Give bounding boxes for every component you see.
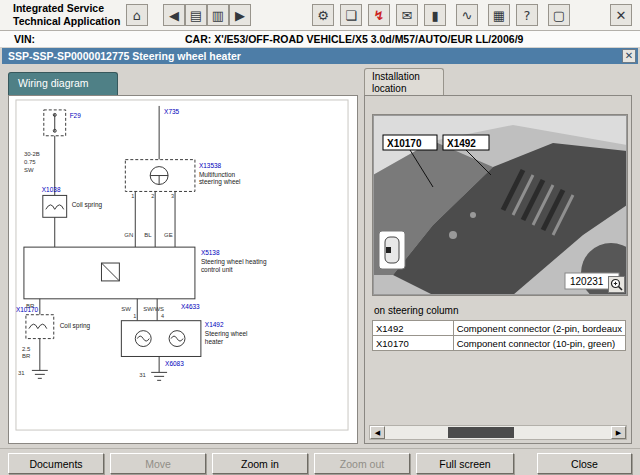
wire-label: BL [144, 232, 152, 238]
control-unit-symbol [24, 247, 195, 299]
location-caption: on steering column [374, 305, 459, 316]
image-number: 120231 [570, 276, 604, 287]
scrollbar-thumb[interactable] [448, 427, 514, 438]
connector-label[interactable]: X13538 [199, 162, 222, 169]
connector-label[interactable]: X4633 [181, 303, 200, 310]
tab-installation-line1: Installation [372, 71, 443, 83]
car-label: CAR: [185, 33, 211, 45]
battery-icon[interactable]: ▮ [424, 4, 446, 26]
connector-label[interactable]: X5138 [201, 249, 220, 256]
printer-icon[interactable]: ▦ [488, 4, 510, 26]
doc-previous-icon[interactable]: ▤ [185, 4, 207, 26]
component-label: Steering wheel heating [201, 258, 267, 266]
connector-label[interactable]: X10170 [16, 306, 39, 313]
nav-forward-icon[interactable]: ▶ [229, 4, 251, 26]
tab-installation-location[interactable]: Installation location [364, 68, 444, 95]
wire-label: 30-2B [24, 151, 40, 157]
vehicle-bar: VIN: CAR: X'/E53/OFF-ROAD VEHICLE/X5 3.0… [0, 31, 640, 47]
tab-wiring-diagram-label: Wiring diagram [18, 77, 89, 89]
wire-label: SW [121, 306, 131, 312]
wiring-diagram: F29 30-2B 0.75 SW X1038 Coil spring X735… [9, 96, 355, 438]
nav-back-icon[interactable]: ◀ [163, 4, 185, 26]
app-title: Integrated Service Technical Application [13, 2, 120, 28]
scroll-left-icon[interactable]: ◀ [370, 426, 385, 439]
connector-label[interactable]: X6083 [165, 360, 184, 367]
wire-label: SW [24, 167, 34, 173]
app-header: Integrated Service Technical Application… [0, 0, 640, 31]
doc-next-icon[interactable]: ▥ [207, 4, 229, 26]
tab-installation-line2: location [372, 83, 443, 95]
component-label: heater [205, 338, 224, 345]
wire-label: SW/WS [143, 306, 164, 312]
home-icon[interactable]: ⌂ [126, 4, 148, 26]
zoom-out-button[interactable]: Zoom out [314, 453, 410, 474]
exit-icon[interactable]: ✕ [610, 4, 632, 26]
service-icon[interactable]: ⚙ [312, 4, 334, 26]
wire-label: GE [164, 232, 173, 238]
connector-label[interactable]: F29 [70, 112, 82, 119]
magnifier-icon[interactable] [608, 276, 625, 293]
footer-toolbar: Documents Move Zoom in Zoom out Full scr… [0, 448, 640, 475]
component-label: Multifunction [199, 171, 236, 178]
wire-label: 2.5 [22, 346, 31, 352]
pin-number: 1 [133, 313, 136, 319]
scroll-right-icon[interactable]: ▶ [611, 426, 626, 439]
component-label: Coil spring [60, 322, 91, 330]
installation-location-panel: X10170 X1492 120231 on steering column [364, 95, 632, 444]
steering-column-photo: X10170 X1492 120231 [373, 115, 627, 295]
component-label: Coil spring [72, 201, 103, 209]
connector-label[interactable]: X735 [164, 108, 179, 115]
connector-description: Component connector (2-pin, bordeaux [453, 321, 625, 336]
connector-table: X1492 Component connector (2-pin, bordea… [372, 320, 626, 351]
wire-label: BR [22, 353, 31, 359]
car-value: X'/E53/OFF-ROAD VEHICLE/X5 3.0d/M57/AUTO… [214, 33, 523, 45]
app-title-line1: Integrated Service [13, 2, 120, 15]
connection-icon[interactable]: ↯ [368, 4, 390, 26]
workshop-icon[interactable]: ❏ [340, 4, 362, 26]
tab-wiring-diagram[interactable]: Wiring diagram [8, 72, 118, 95]
pin-number: 3 [171, 193, 174, 199]
ground-label: 31 [18, 370, 25, 376]
connector-code: X1492 [373, 321, 454, 336]
connector-label[interactable]: X1038 [42, 186, 61, 193]
installation-photo[interactable]: X10170 X1492 120231 [372, 114, 628, 296]
connector-label[interactable]: X1492 [205, 321, 224, 328]
coil-spring-top-symbol [43, 195, 67, 217]
pin-number: 4 [161, 313, 164, 319]
close-icon[interactable]: ✕ [622, 49, 636, 63]
zoom-in-button[interactable]: Zoom in [212, 453, 308, 474]
table-row[interactable]: X1492 Component connector (2-pin, bordea… [373, 321, 626, 336]
wire-label: 0.75 [24, 159, 36, 165]
connector-description: Component connector (10-pin, green) [453, 336, 625, 351]
component-label: Steering wheel [205, 330, 248, 338]
app-title-line2: Technical Application [13, 15, 120, 28]
close-button[interactable]: Close [537, 453, 632, 474]
table-row[interactable]: X10170 Component connector (10-pin, gree… [373, 336, 626, 351]
move-button[interactable]: Move [110, 453, 206, 474]
wiring-diagram-panel[interactable]: F29 30-2B 0.75 SW X1038 Coil spring X735… [8, 95, 358, 444]
photo-connector-label-x10170: X10170 [387, 138, 422, 149]
horizontal-scrollbar[interactable]: ◀ ▶ [369, 425, 627, 440]
measurement-icon[interactable]: ∿ [456, 4, 478, 26]
pin-number: 1 [131, 193, 134, 199]
connector-code: X10170 [373, 336, 454, 351]
car-position-icon [379, 231, 405, 269]
display-icon[interactable]: ▢ [548, 4, 570, 26]
help-icon[interactable]: ? [516, 4, 538, 26]
document-title-bar: SSP-SSP-SP0000012775 Steering wheel heat… [2, 48, 638, 64]
document-title: SSP-SSP-SP0000012775 Steering wheel heat… [8, 50, 241, 62]
vin-label: VIN: [14, 31, 35, 47]
full-screen-button[interactable]: Full screen [416, 453, 514, 474]
component-label: steering wheel [199, 178, 241, 186]
documents-button[interactable]: Documents [8, 453, 104, 474]
car-identification: CAR: X'/E53/OFF-ROAD VEHICLE/X5 3.0d/M57… [185, 31, 523, 47]
ground-label: 31 [139, 372, 146, 378]
component-label: control unit [201, 266, 233, 273]
pin-number: 2 [151, 193, 154, 199]
mail-icon[interactable]: ✉ [396, 4, 418, 26]
wire-label: GN [124, 232, 133, 238]
photo-connector-label-x1492: X1492 [447, 138, 476, 149]
heater-symbol [121, 321, 201, 357]
